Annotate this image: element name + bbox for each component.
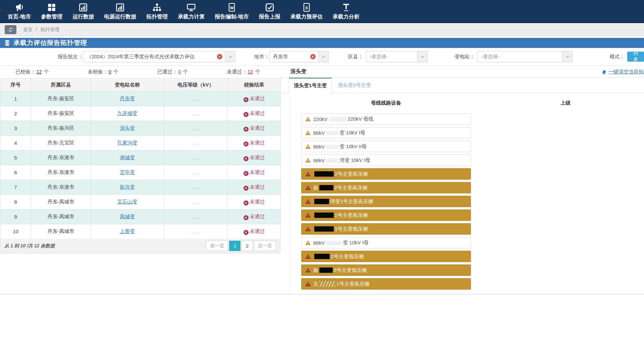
nav-item-capacity-analysis[interactable]: 承载力分析 bbox=[328, 0, 365, 22]
stat-failed-value[interactable]: 12 bbox=[248, 69, 253, 74]
stat-unchecked-value[interactable]: 0 bbox=[109, 69, 111, 74]
mode-list-button[interactable]: 列表 bbox=[627, 52, 644, 62]
pagination-prev-button[interactable]: 前一页 bbox=[206, 241, 228, 251]
bus-node[interactable]: 220kV220kV 母线 bbox=[301, 113, 471, 125]
batch-select[interactable]: （2024）2024年第三季度分布式光伏承载力评估 × bbox=[83, 51, 225, 62]
nav-item-label: 承载力计算 bbox=[178, 13, 205, 20]
cell-voltage: 220 bbox=[164, 195, 228, 209]
nav-item-report-compilation-city[interactable]: W报告编制-地市 bbox=[210, 0, 254, 22]
transformer-node[interactable]: 新2号主变高压侧 bbox=[301, 182, 471, 193]
refresh-button[interactable] bbox=[5, 25, 16, 34]
bus-node[interactable]: 66kV变 10kV I母 bbox=[301, 127, 471, 138]
pagination-page-1[interactable]: 1 bbox=[229, 241, 240, 251]
city-clear-icon[interactable]: × bbox=[310, 54, 316, 59]
redacted-text bbox=[314, 226, 334, 232]
doc-w-icon: W bbox=[227, 2, 237, 13]
bus-node[interactable]: 66kV变 10kV II母 bbox=[301, 141, 471, 152]
chevron-down-icon bbox=[228, 56, 232, 58]
breadcrumb-home[interactable]: 首页 bbox=[23, 27, 33, 32]
nav-item-capacity-pre-evaluation[interactable]: X承载力预评估 bbox=[285, 0, 328, 22]
stat-unchecked: 未校验：0 个 bbox=[88, 69, 119, 75]
pagination-page-2[interactable]: 2 bbox=[241, 241, 253, 251]
nav-item-topology-management[interactable]: 拓扑管理 bbox=[141, 0, 173, 22]
stat-failed-unit: 个 bbox=[255, 69, 260, 74]
pagination: 前一页12后一页 bbox=[205, 241, 276, 251]
station-link[interactable]: 凤城变 bbox=[120, 214, 135, 219]
cell-district: 丹东-东港市 bbox=[31, 165, 91, 180]
station-link[interactable]: 九连城变 bbox=[117, 110, 138, 116]
cell-station: 凤城变 bbox=[91, 209, 164, 224]
node-label-suffix: 220kV 母线 bbox=[348, 116, 374, 122]
cell-voltage: 220 bbox=[164, 121, 228, 136]
status-text: 未通过 bbox=[250, 199, 265, 204]
batch-clear-icon[interactable]: × bbox=[217, 54, 222, 59]
station-link[interactable]: 港城变 bbox=[120, 155, 135, 160]
station-link[interactable]: 上善变 bbox=[120, 228, 135, 234]
transformer-node[interactable]: 新2号主变低压侧 bbox=[301, 264, 471, 276]
nav-item-capacity-calculation[interactable]: 承载力计算 bbox=[173, 0, 210, 22]
status-badge: ×未通过 bbox=[244, 228, 265, 234]
node-label-suffix: 2号主变低压侧 bbox=[334, 267, 367, 274]
table-row: 10丹东-凤城市上善变220×未通过 bbox=[0, 224, 281, 239]
nav-item-parameter-management[interactable]: 参数管理 bbox=[36, 0, 67, 22]
voltage-redacted: 220 bbox=[192, 229, 200, 235]
batch-value: （2024）2024年第三季度分布式光伏承载力评估 bbox=[87, 54, 215, 60]
nav-item-power-operation-data[interactable]: 电源运行数据 bbox=[99, 0, 141, 22]
district-dropdown-button[interactable] bbox=[418, 51, 428, 62]
station-link[interactable]: 丹东变 bbox=[120, 96, 135, 101]
warning-icon bbox=[305, 213, 311, 218]
transformer-node[interactable]: 1号主变低压侧 bbox=[301, 223, 471, 235]
transformer-node[interactable]: 1号主变高压侧 bbox=[301, 209, 471, 221]
city-select-group: 丹东市 × bbox=[269, 51, 329, 62]
nav-item-home-city[interactable]: 首页-地市 bbox=[3, 0, 36, 22]
transformer-node[interactable]: 文1号主变高压侧 bbox=[301, 278, 471, 290]
bus-node[interactable]: 66kV湾变 10kV I母 bbox=[301, 155, 471, 166]
stat-checked-value[interactable]: 12 bbox=[36, 69, 42, 74]
table-row: 4丹东-元宝区孔家沟变220×未通过 bbox=[0, 136, 281, 150]
node-label-prefix: 66kV bbox=[313, 144, 325, 149]
stat-passed: 已通过：0 个 bbox=[157, 69, 188, 75]
city-select[interactable]: 丹东市 × bbox=[269, 51, 319, 62]
grid-icon bbox=[47, 2, 57, 13]
warning-icon bbox=[305, 116, 311, 122]
stat-passed-value[interactable]: 0 bbox=[178, 69, 181, 74]
station-link[interactable]: 宫屯变 bbox=[120, 169, 135, 175]
table-row: 7丹东-东港市新兴变220×未通过 bbox=[0, 180, 281, 195]
pagination-next-button[interactable]: 后一页 bbox=[254, 241, 276, 251]
cell-seq: 7 bbox=[0, 180, 31, 195]
warning-icon bbox=[305, 254, 311, 259]
station-link[interactable]: 宝石山变 bbox=[117, 199, 138, 204]
station-dropdown-button[interactable] bbox=[562, 51, 573, 62]
status-text: 未通过 bbox=[250, 214, 265, 219]
station-link[interactable]: 新兴变 bbox=[120, 184, 135, 190]
city-dropdown-button[interactable] bbox=[319, 51, 329, 62]
transformer-node[interactable]: 2号主变高压侧 bbox=[301, 168, 471, 180]
breadcrumb: 首页 / 拓扑管理 bbox=[23, 27, 61, 33]
nav-item-label: 报告上报 bbox=[259, 13, 280, 20]
station-select[interactable]: -请选择- bbox=[477, 51, 562, 62]
warning-icon bbox=[305, 158, 311, 163]
nav-item-label: 参数管理 bbox=[41, 13, 62, 20]
nav-item-label: 电源运行数据 bbox=[104, 13, 136, 20]
station-link[interactable]: 浪头变 bbox=[120, 125, 135, 131]
eraser-icon bbox=[601, 69, 607, 74]
cell-seq: 9 bbox=[0, 209, 31, 224]
nav-item-operation-data[interactable]: 运行数据 bbox=[67, 0, 99, 22]
tab-transformer-1[interactable]: 浪头变1号主变 bbox=[289, 78, 332, 93]
tab-transformer-2[interactable]: 浪头变2号主变 bbox=[332, 78, 377, 93]
batch-dropdown-button[interactable] bbox=[225, 51, 235, 62]
bar-chart-icon bbox=[78, 2, 88, 13]
status-badge: ×未通过 bbox=[244, 169, 265, 175]
bus-node[interactable]: 66kV变 10kV I母 bbox=[301, 237, 471, 248]
node-label-suffix: 2号主变低压侧 bbox=[331, 253, 364, 260]
district-select[interactable]: -请选择- bbox=[366, 51, 418, 62]
clear-topology-link[interactable]: 一键清空当前拓扑 bbox=[601, 66, 644, 78]
station-link[interactable]: 孔家沟变 bbox=[117, 140, 138, 145]
database-icon bbox=[4, 40, 10, 47]
transformer-node[interactable]: 2号主变低压侧 bbox=[301, 251, 471, 262]
transformer-node[interactable]: 湾变1号主变高压侧 bbox=[301, 196, 471, 207]
fail-x-icon: × bbox=[244, 186, 249, 191]
nav-item-report-upload[interactable]: 报告上报 bbox=[254, 0, 285, 22]
voltage-redacted: 220 bbox=[192, 214, 200, 220]
fail-x-icon: × bbox=[244, 200, 249, 205]
